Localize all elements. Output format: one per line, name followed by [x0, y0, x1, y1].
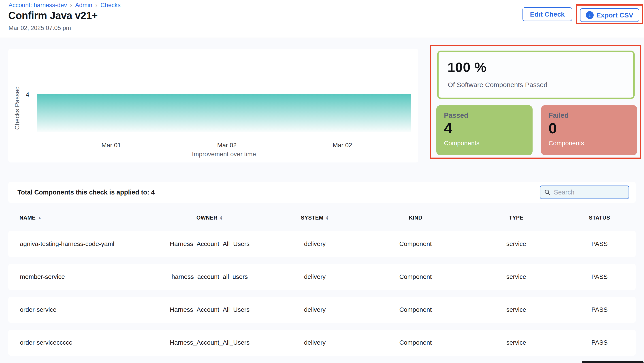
edit-check-button[interactable]: Edit Check — [522, 8, 572, 21]
breadcrumb-separator-icon: › — [70, 2, 72, 9]
column-header-kind: KIND — [362, 214, 469, 221]
column-header-status: STATUS — [563, 214, 636, 221]
table-header: NAME ▲ OWNER ▲▼ SYSTEM ▲▼ KIND TYPE STAT… — [8, 210, 636, 226]
cell-owner: Harness_Account_All_Users — [152, 306, 268, 313]
passed-label: Passed — [444, 112, 532, 120]
column-header-type: TYPE — [469, 214, 563, 221]
cell-kind: Component — [362, 240, 469, 248]
column-header-system[interactable]: SYSTEM ▲▼ — [268, 214, 362, 221]
cell-owner: Harness_Account_All_Users — [152, 339, 268, 346]
breadcrumb-checks[interactable]: Checks — [100, 2, 120, 9]
column-label: SYSTEM — [301, 214, 323, 221]
sort-both-icon: ▲▼ — [326, 215, 329, 220]
column-label: NAME — [20, 214, 36, 221]
table-row[interactable]: order-serviceccccc Harness_Account_All_U… — [8, 330, 636, 356]
chart-x-axis-title: Improvement over time — [192, 150, 256, 158]
failed-label: Failed — [549, 112, 637, 120]
failed-caption: Components — [549, 140, 637, 147]
page: Account: harness-dev › Admin › Checks Co… — [0, 0, 644, 363]
failed-card: Failed 0 Components — [541, 105, 637, 155]
check-timestamp: Mar 02, 2025 07:05 pm — [8, 24, 71, 32]
checks-passed-chart: Checks Passed 4 Mar 01 Mar 02 Mar 02 Imp… — [8, 49, 418, 162]
table-row[interactable]: agniva-testing-harness-code-yaml Harness… — [8, 231, 636, 257]
table-row[interactable]: order-service Harness_Account_All_Users … — [8, 297, 636, 323]
percent-passed-caption: Of Software Components Passed — [448, 81, 547, 88]
chart-x-tick: Mar 02 — [217, 142, 236, 149]
table-toolbar: Total Components this check is applied t… — [8, 182, 636, 203]
table-row[interactable]: member-service harness_account_all_users… — [8, 264, 636, 290]
chart-area-series — [37, 94, 410, 132]
notification-toast — [582, 361, 644, 363]
cell-name: order-serviceccccc — [8, 339, 152, 346]
failed-value: 0 — [549, 121, 637, 136]
chart-y-tick: 4 — [21, 91, 34, 98]
sort-asc-icon: ▲ — [38, 216, 42, 220]
cell-kind: Component — [362, 273, 469, 280]
annotation-box-export: ↓ Export CSV — [576, 4, 643, 24]
passed-caption: Components — [444, 140, 532, 147]
cell-name: order-service — [8, 306, 152, 313]
cell-status: PASS — [563, 240, 636, 248]
breadcrumb-separator-icon: › — [95, 2, 97, 9]
chart-x-tick: Mar 01 — [101, 142, 121, 149]
page-title: Confirm Java v21+ — [8, 10, 98, 22]
breadcrumb-account[interactable]: Account: harness-dev — [8, 2, 67, 9]
percent-passed-value: 100 % — [448, 60, 487, 75]
cell-system: delivery — [268, 339, 362, 346]
breadcrumb: Account: harness-dev › Admin › Checks — [8, 2, 120, 9]
column-header-name[interactable]: NAME ▲ — [8, 214, 152, 221]
cell-system: delivery — [268, 306, 362, 313]
cell-system: delivery — [268, 240, 362, 248]
export-csv-label: Export CSV — [596, 12, 633, 19]
column-label: TYPE — [509, 214, 524, 221]
column-label: STATUS — [589, 214, 610, 221]
cell-status: PASS — [563, 273, 636, 280]
search-input[interactable] — [554, 189, 638, 196]
chart-y-axis-label: Checks Passed — [14, 74, 21, 142]
cell-status: PASS — [563, 339, 636, 346]
search-icon — [544, 189, 551, 196]
passed-card: Passed 4 Components — [436, 105, 532, 155]
cell-owner: harness_account_all_users — [152, 273, 268, 280]
breadcrumb-admin[interactable]: Admin — [75, 2, 92, 9]
chart-x-tick: Mar 02 — [332, 142, 352, 149]
pass-fail-cards: Passed 4 Components Failed 0 Components — [436, 105, 637, 155]
cell-type: service — [469, 240, 563, 248]
edit-check-label: Edit Check — [530, 10, 564, 18]
annotation-box-summary: 100 % Of Software Components Passed Pass… — [430, 45, 641, 159]
passed-value: 4 — [444, 121, 532, 136]
percent-passed-card: 100 % Of Software Components Passed — [437, 50, 634, 99]
total-components-text: Total Components this check is applied t… — [18, 182, 154, 203]
components-table: agniva-testing-harness-code-yaml Harness… — [8, 231, 636, 362]
search-box — [540, 186, 629, 199]
column-label: OWNER — [196, 214, 218, 221]
cell-owner: Harness_Account_All_Users — [152, 240, 268, 248]
cell-kind: Component — [362, 339, 469, 346]
export-csv-button[interactable]: ↓ Export CSV — [580, 8, 639, 22]
cell-name: member-service — [8, 273, 152, 280]
cell-type: service — [469, 273, 563, 280]
cell-system: delivery — [268, 273, 362, 280]
sort-both-icon: ▲▼ — [220, 215, 223, 220]
cell-status: PASS — [563, 306, 636, 313]
download-icon: ↓ — [586, 11, 594, 19]
column-label: KIND — [409, 214, 422, 221]
cell-kind: Component — [362, 306, 469, 313]
cell-type: service — [469, 306, 563, 313]
cell-name: agniva-testing-harness-code-yaml — [8, 240, 152, 248]
page-header: Account: harness-dev › Admin › Checks Co… — [0, 0, 644, 38]
cell-type: service — [469, 339, 563, 346]
column-header-owner[interactable]: OWNER ▲▼ — [152, 214, 268, 221]
